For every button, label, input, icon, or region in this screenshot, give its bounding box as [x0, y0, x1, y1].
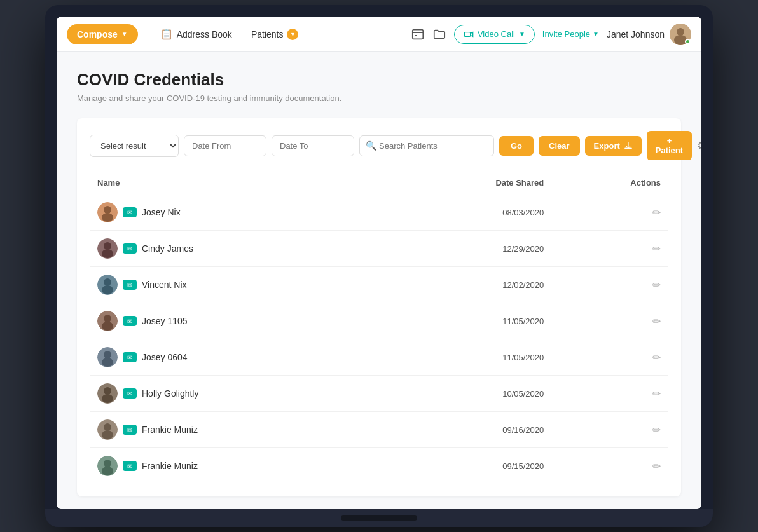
page-title: COVID Credentials: [77, 70, 681, 90]
table-row: ✉ Josey 1105 11/05/2020 ✏: [90, 303, 668, 339]
actions-cell: ✏: [551, 231, 668, 267]
date-shared: 10/05/2020: [389, 376, 551, 412]
actions-cell: ✏: [551, 412, 668, 448]
table-row: ✉ Josey 0604 11/05/2020 ✏: [90, 339, 668, 376]
user-name: Janet Johnson: [607, 29, 665, 39]
search-icon: 🔍: [366, 140, 376, 151]
result-filter-select[interactable]: Select result: [90, 135, 179, 157]
compose-button[interactable]: Compose ▼: [67, 24, 138, 44]
settings-icon-button[interactable]: ⚙: [697, 139, 701, 153]
video-call-chevron: ▼: [519, 31, 525, 38]
svg-point-31: [102, 467, 113, 475]
date-shared: 12/02/2020: [389, 267, 551, 303]
name-cell: ✉ Vincent Nix: [90, 267, 389, 303]
mail-icon[interactable]: ✉: [123, 352, 137, 362]
name-cell: ✉ Josey Nix: [90, 194, 389, 231]
mail-icon[interactable]: ✉: [123, 388, 137, 399]
table-row: ✉ Vincent Nix 12/02/2020 ✏: [90, 267, 668, 303]
mail-icon[interactable]: ✉: [123, 316, 137, 326]
add-patient-button[interactable]: + Patient: [647, 131, 692, 160]
edit-icon-button[interactable]: ✏: [652, 424, 661, 436]
mail-icon[interactable]: ✉: [123, 207, 137, 217]
row-avatar: [97, 347, 118, 367]
compose-chevron-icon: ▼: [121, 31, 128, 38]
svg-rect-0: [413, 29, 424, 39]
online-indicator: [685, 39, 691, 44]
edit-icon-button[interactable]: ✏: [652, 351, 661, 364]
address-book-label: Address Book: [177, 29, 232, 39]
mail-icon[interactable]: ✉: [123, 243, 137, 254]
laptop-container: Compose ▼ 📋 Address Book Patients ▼: [45, 5, 713, 527]
actions-cell: ✏: [551, 339, 668, 376]
mail-icon[interactable]: ✉: [123, 425, 137, 435]
svg-point-13: [102, 249, 113, 258]
patients-label: Patients: [251, 29, 284, 39]
billing-icon-button[interactable]: [411, 27, 425, 41]
laptop-notch: [341, 515, 417, 521]
clear-button[interactable]: Clear: [539, 136, 580, 156]
svg-point-18: [104, 315, 111, 322]
compose-label: Compose: [77, 29, 118, 39]
invite-people-button[interactable]: Invite People ▼: [542, 29, 599, 39]
address-book-icon: 📋: [160, 28, 173, 40]
page-subtitle: Manage and share your COVID-19 testing a…: [77, 93, 681, 103]
date-shared: 08/03/2020: [389, 194, 551, 231]
video-call-label: Video Call: [478, 29, 515, 39]
filter-bar: Select result 🔍 Go Clear Export: [90, 131, 668, 160]
row-avatar: [97, 238, 118, 259]
date-shared: 09/15/2020: [389, 448, 551, 484]
name-cell: ✉ Holly Golightly: [90, 376, 389, 412]
patient-name: Vincent Nix: [142, 280, 187, 290]
svg-rect-7: [625, 148, 632, 149]
video-call-button[interactable]: Video Call ▼: [454, 25, 535, 44]
edit-icon-button[interactable]: ✏: [652, 388, 661, 400]
page-content: COVID Credentials Manage and share your …: [57, 52, 701, 509]
edit-icon-button[interactable]: ✏: [652, 315, 661, 327]
svg-point-5: [677, 28, 684, 36]
date-from-input[interactable]: [184, 135, 266, 156]
export-button[interactable]: Export: [585, 136, 642, 156]
row-avatar: [97, 383, 118, 404]
actions-cell: ✏: [551, 267, 668, 303]
date-to-input[interactable]: [272, 135, 354, 156]
search-input[interactable]: [359, 135, 494, 156]
svg-point-12: [104, 242, 111, 250]
mail-icon[interactable]: ✉: [123, 461, 137, 471]
row-avatar: [97, 202, 118, 222]
table-row: ✉ Josey Nix 08/03/2020 ✏: [90, 194, 668, 231]
name-cell: ✉ Josey 0604: [90, 339, 389, 376]
table-row: ✉ Cindy James 12/29/2020 ✏: [90, 231, 668, 267]
row-avatar: [97, 456, 118, 476]
app-header: Compose ▼ 📋 Address Book Patients ▼: [57, 17, 701, 52]
edit-icon-button[interactable]: ✏: [652, 243, 661, 255]
go-button[interactable]: Go: [499, 136, 534, 156]
patient-name: Josey 0604: [142, 352, 188, 362]
svg-point-19: [102, 322, 113, 331]
row-avatar: [97, 275, 118, 295]
svg-point-28: [102, 430, 113, 439]
date-shared: 11/05/2020: [389, 339, 551, 376]
mail-icon[interactable]: ✉: [123, 280, 137, 290]
patient-name: Cindy James: [142, 243, 193, 254]
actions-cell: ✏: [551, 448, 668, 484]
credentials-table: Name Date Shared Actions ✉ Josey Nix 08/…: [90, 172, 668, 484]
name-cell: ✉ Frankie Muniz: [90, 448, 389, 484]
header-divider: [146, 25, 146, 44]
edit-icon-button[interactable]: ✏: [652, 279, 661, 291]
date-shared: 11/05/2020: [389, 303, 551, 339]
table-row: ✉ Holly Golightly 10/05/2020 ✏: [90, 376, 668, 412]
edit-icon-button[interactable]: ✏: [652, 207, 661, 219]
laptop-base: [45, 509, 713, 527]
date-shared: 09/16/2020: [389, 412, 551, 448]
export-label: Export: [594, 141, 620, 151]
patients-tab[interactable]: Patients ▼: [244, 25, 307, 44]
invite-label: Invite People: [542, 29, 590, 39]
svg-point-15: [104, 278, 111, 286]
svg-point-9: [104, 206, 111, 214]
table-row: ✉ Frankie Muniz 09/15/2020 ✏: [90, 448, 668, 484]
col-date-header: Date Shared: [389, 172, 551, 194]
address-book-button[interactable]: 📋 Address Book: [154, 24, 238, 44]
svg-point-16: [102, 285, 113, 294]
folder-icon-button[interactable]: [432, 27, 446, 41]
edit-icon-button[interactable]: ✏: [652, 460, 661, 472]
